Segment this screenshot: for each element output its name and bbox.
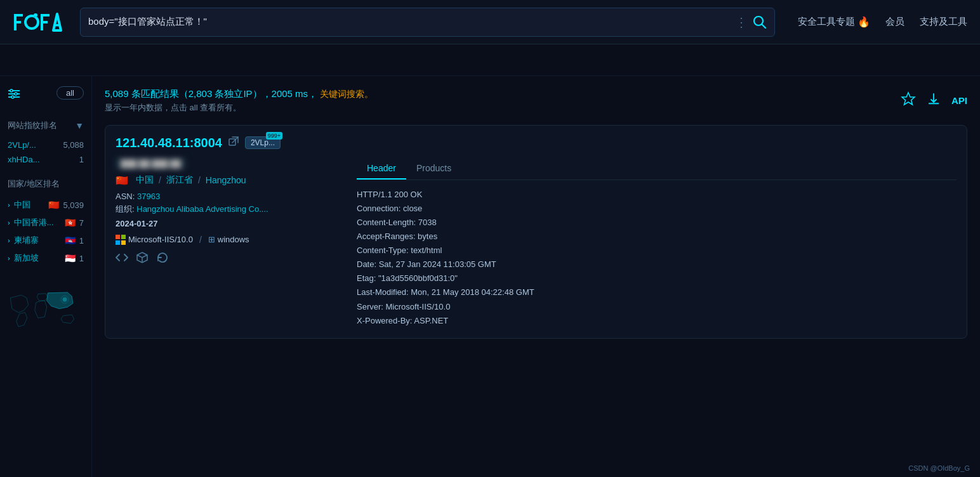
microsoft-icon bbox=[116, 235, 126, 245]
flag-hk: 🇭🇰 bbox=[65, 218, 76, 228]
detail-content: HTTP/1.1 200 OKConnection: closeContent-… bbox=[357, 188, 957, 328]
detail-tabs: Header Products bbox=[357, 158, 957, 180]
sidebar: all 网站指纹排名 ▼ 2VLp/... 5,088 xhHDa... 1 国… bbox=[0, 76, 92, 477]
options-icon[interactable]: ⋮ bbox=[735, 15, 748, 30]
header-line: Date: Sat, 27 Jan 2024 11:03:05 GMT bbox=[357, 258, 957, 271]
header-line: Accept-Ranges: bytes bbox=[357, 230, 957, 244]
country-item-0[interactable]: › 中国 🇨🇳 5,039 bbox=[8, 196, 84, 214]
svg-line-12 bbox=[762, 24, 765, 28]
header-line: Last-Modified: Mon, 21 May 2018 04:22:48… bbox=[357, 285, 957, 299]
result-icons-row bbox=[116, 251, 344, 267]
keyword-search-link[interactable]: 关键词搜索。 bbox=[320, 89, 373, 99]
svg-point-17 bbox=[15, 93, 17, 95]
ip-blurred: ███.██.███.██ bbox=[116, 158, 186, 169]
chevron-icon-0: › bbox=[8, 201, 10, 209]
filter-all-button[interactable]: all bbox=[56, 86, 84, 100]
results-count: 5,089 条匹配结果（2,803 条独立IP），2005 ms， bbox=[105, 88, 317, 99]
result-asn: ASN: 37963 bbox=[116, 192, 344, 201]
footer-credit: CSDN @OIdBoy_G bbox=[908, 464, 970, 472]
header-line: Etag: "1a3d5560bbf0d31:0" bbox=[357, 271, 957, 285]
header-line: X-Powered-By: ASP.NET bbox=[357, 314, 957, 328]
org-link[interactable]: Hangzhou Alibaba Advertising Co.... bbox=[136, 204, 268, 214]
header-line: Content-Length: 7038 bbox=[357, 216, 957, 230]
country-section: 国家/地区排名 › 中国 🇨🇳 5,039 › 中国香港... 🇭🇰 7 › 柬… bbox=[8, 178, 84, 267]
country-item-3[interactable]: › 新加坡 🇸🇬 1 bbox=[8, 249, 84, 267]
code-icon[interactable] bbox=[116, 251, 128, 267]
search-bar: ⋮ bbox=[80, 8, 775, 37]
result-left-panel: ███.██.███.██ 🇨🇳 中国 / 浙江省 / Hangzhou ASN… bbox=[116, 158, 344, 328]
results-actions: API bbox=[901, 91, 967, 110]
svg-rect-8 bbox=[41, 21, 48, 23]
header-line: Connection: close bbox=[357, 202, 957, 216]
search-button[interactable] bbox=[753, 15, 767, 29]
result-date: 2024-01-27 bbox=[116, 219, 344, 228]
location-city[interactable]: Hangzhou bbox=[206, 175, 246, 185]
flag-china: 🇨🇳 bbox=[48, 200, 59, 210]
flag-sg: 🇸🇬 bbox=[65, 253, 76, 263]
filter-icon[interactable] bbox=[8, 89, 20, 102]
fingerprint-item-1[interactable]: xhHDa... 1 bbox=[8, 152, 84, 167]
sub-header bbox=[0, 44, 980, 76]
refresh-icon[interactable] bbox=[156, 251, 169, 267]
external-link-icon[interactable] bbox=[228, 136, 239, 149]
tab-header[interactable]: Header bbox=[357, 158, 406, 180]
api-label[interactable]: API bbox=[951, 95, 967, 106]
result-card: 121.40.48.11:8004 2VLp... 999+ ███.██.██… bbox=[105, 125, 967, 339]
fingerprint-badge[interactable]: 2VLp... 999+ bbox=[245, 136, 281, 149]
svg-rect-10 bbox=[55, 24, 60, 27]
fire-icon: 🔥 bbox=[858, 16, 870, 28]
badge-count: 999+ bbox=[266, 132, 282, 140]
os-tech[interactable]: ⊞ windows bbox=[208, 235, 249, 244]
nav-support-tools[interactable]: 支持及工具 bbox=[920, 16, 967, 28]
fingerprint-filter-icon[interactable]: ▼ bbox=[75, 121, 84, 131]
chevron-icon-2: › bbox=[8, 237, 10, 244]
nav-membership[interactable]: 会员 bbox=[885, 16, 904, 28]
windows-icon: ⊞ bbox=[208, 235, 215, 244]
logo[interactable] bbox=[13, 10, 70, 34]
svg-point-19 bbox=[63, 297, 67, 302]
result-card-header: 121.40.48.11:8004 2VLp... 999+ bbox=[116, 136, 957, 150]
flag-kh: 🇰🇭 bbox=[65, 235, 76, 245]
header-line: HTTP/1.1 200 OK bbox=[357, 188, 957, 202]
country-section-title: 国家/地区排名 bbox=[8, 178, 84, 190]
result-ip[interactable]: 121.40.48.11:8004 bbox=[116, 136, 222, 150]
download-icon[interactable] bbox=[926, 91, 941, 110]
result-tech: Microsoft-IIS/10.0 / ⊞ windows bbox=[116, 235, 344, 245]
svg-rect-1 bbox=[14, 14, 23, 16]
results-stats: 5,089 条匹配结果（2,803 条独立IP），2005 ms， 关键词搜索。… bbox=[105, 86, 373, 115]
cube-icon[interactable] bbox=[136, 251, 149, 267]
country-item-1[interactable]: › 中国香港... 🇭🇰 7 bbox=[8, 214, 84, 232]
location-province[interactable]: 浙江省 bbox=[166, 174, 193, 186]
search-input[interactable] bbox=[88, 16, 730, 27]
world-map bbox=[8, 280, 84, 343]
svg-point-5 bbox=[34, 13, 37, 17]
result-org: 组织: Hangzhou Alibaba Advertising Co.... bbox=[116, 204, 344, 215]
results-area: 5,089 条匹配结果（2,803 条独立IP），2005 ms， 关键词搜索。… bbox=[92, 76, 980, 477]
result-body: ███.██.███.██ 🇨🇳 中国 / 浙江省 / Hangzhou ASN… bbox=[116, 158, 957, 328]
detail-panel: Header Products HTTP/1.1 200 OKConnectio… bbox=[357, 158, 957, 328]
header: ⋮ 安全工具专题 🔥 会员 支持及工具 bbox=[0, 0, 980, 44]
results-header: 5,089 条匹配结果（2,803 条独立IP），2005 ms， 关键词搜索。… bbox=[105, 86, 967, 115]
asn-link[interactable]: 37963 bbox=[137, 192, 160, 201]
svg-point-18 bbox=[11, 96, 14, 98]
tab-products[interactable]: Products bbox=[406, 158, 461, 180]
chevron-icon-1: › bbox=[8, 219, 10, 226]
svg-marker-21 bbox=[902, 93, 915, 105]
header-line: Content-Type: text/html bbox=[357, 244, 957, 258]
fingerprint-item-0[interactable]: 2VLp/... 5,088 bbox=[8, 138, 84, 152]
country-item-2[interactable]: › 柬埔寨 🇰🇭 1 bbox=[8, 232, 84, 249]
header-line: Server: Microsoft-IIS/10.0 bbox=[357, 300, 957, 314]
star-icon[interactable] bbox=[901, 91, 916, 110]
nav-links: 安全工具专题 🔥 会员 支持及工具 bbox=[798, 16, 967, 28]
chevron-icon-3: › bbox=[8, 254, 10, 262]
svg-rect-7 bbox=[41, 14, 50, 16]
results-note: 显示一年内数据，点击 all 查看所有。 bbox=[105, 101, 373, 115]
iis-tech[interactable]: Microsoft-IIS/10.0 bbox=[116, 235, 193, 245]
svg-marker-9 bbox=[53, 14, 61, 30]
svg-rect-2 bbox=[14, 21, 21, 23]
location-country[interactable]: 中国 bbox=[136, 174, 154, 186]
result-location: 🇨🇳 中国 / 浙江省 / Hangzhou bbox=[116, 174, 344, 186]
nav-security-tools[interactable]: 安全工具专题 🔥 bbox=[798, 16, 870, 28]
fingerprint-section-title: 网站指纹排名 ▼ bbox=[8, 120, 84, 131]
svg-point-16 bbox=[10, 89, 13, 92]
